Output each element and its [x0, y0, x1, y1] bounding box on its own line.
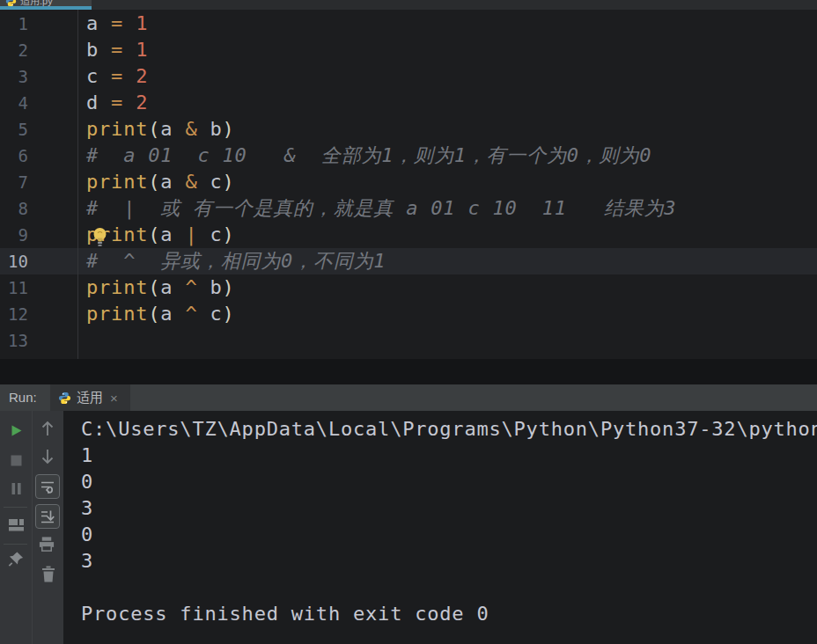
- code-line[interactable]: 10# ^ 异或，相同为0，不同为1: [0, 248, 817, 274]
- run-tool-window-header: Run: 适用 ×: [0, 384, 817, 411]
- code-line[interactable]: 8# | 或 有一个是真的，就是真 a 01 c 10 11 结果为3: [0, 195, 817, 222]
- code-text: c = 2: [86, 63, 148, 90]
- code-text: d = 2: [86, 90, 148, 116]
- scroll-to-end-icon[interactable]: [35, 504, 60, 529]
- run-panel-label: Run:: [9, 384, 37, 411]
- run-config-tab[interactable]: 适用 ×: [50, 384, 130, 411]
- code-text: print(a ^ c): [86, 301, 235, 327]
- code-line[interactable]: 4d = 2: [0, 90, 817, 116]
- code-line[interactable]: 1a = 1: [0, 11, 817, 37]
- run-tab-label: 适用: [77, 390, 103, 406]
- code-line[interactable]: 11print(a ^ b): [0, 274, 817, 301]
- toolbar-separator: [32, 411, 33, 644]
- gutter-separator: [77, 10, 78, 359]
- line-number[interactable]: 7: [0, 169, 28, 195]
- pause-output-icon[interactable]: [7, 479, 25, 497]
- console-line: 1: [81, 443, 817, 469]
- code-text: b = 1: [86, 37, 148, 63]
- code-text: print(a & b): [86, 116, 235, 143]
- code-text: a = 1: [86, 11, 148, 37]
- code-editor[interactable]: 1a = 12b = 13c = 24d = 25print(a & b)6# …: [0, 10, 817, 359]
- line-number[interactable]: 12: [0, 301, 28, 327]
- up-stack-trace-icon[interactable]: [39, 420, 56, 437]
- code-text: print(a | c): [86, 222, 235, 248]
- intention-bulb-icon[interactable]: [92, 226, 108, 248]
- code-line[interactable]: 7print(a & c): [0, 169, 817, 195]
- soft-wrap-icon[interactable]: [35, 474, 60, 499]
- console-line: 3: [81, 548, 817, 574]
- toolbar-divider: [4, 507, 27, 508]
- toolbar-divider: [4, 544, 27, 545]
- console-line: C:\Users\TZ\AppData\Local\Programs\Pytho…: [81, 416, 817, 443]
- clear-all-icon[interactable]: [40, 565, 57, 582]
- line-number[interactable]: 10: [0, 248, 28, 274]
- down-stack-trace-icon[interactable]: [39, 448, 56, 465]
- line-number[interactable]: 2: [0, 37, 28, 63]
- console-line: [81, 574, 817, 601]
- code-text: # a 01 c 10 & 全部为1，则为1，有一个为0，则为0: [86, 143, 651, 169]
- console-line: 0: [81, 469, 817, 495]
- run-tool-window: C:\Users\TZ\AppData\Local\Programs\Pytho…: [0, 411, 817, 644]
- line-number[interactable]: 6: [0, 143, 28, 169]
- stop-icon[interactable]: [7, 451, 25, 469]
- code-line[interactable]: 9print(a | c): [0, 222, 817, 248]
- restore-layout-icon[interactable]: [7, 516, 25, 533]
- code-line[interactable]: 3c = 2: [0, 63, 817, 90]
- code-line[interactable]: 2b = 1: [0, 37, 817, 63]
- code-text: # ^ 异或，相同为0，不同为1: [86, 248, 386, 274]
- line-number[interactable]: 11: [0, 274, 28, 301]
- line-number[interactable]: 4: [0, 90, 28, 116]
- file-tab[interactable]: 适用.py: [0, 0, 92, 10]
- code-line[interactable]: 13: [0, 327, 817, 354]
- line-number[interactable]: 9: [0, 222, 28, 248]
- code-line[interactable]: 5print(a & b): [0, 116, 817, 143]
- pin-tab-icon[interactable]: [7, 550, 25, 567]
- line-number[interactable]: 13: [0, 327, 28, 354]
- console-line: Process finished with exit code 0: [81, 601, 817, 627]
- code-text: # | 或 有一个是真的，就是真 a 01 c 10 11 结果为3: [86, 195, 676, 222]
- python-icon: [58, 392, 71, 405]
- console-toolbar: [0, 411, 63, 644]
- close-icon[interactable]: ×: [110, 391, 118, 406]
- print-icon[interactable]: [38, 535, 55, 553]
- rerun-icon[interactable]: [7, 421, 25, 439]
- code-line[interactable]: 6# a 01 c 10 & 全部为1，则为1，有一个为0，则为0: [0, 143, 817, 169]
- line-number[interactable]: 1: [0, 11, 28, 37]
- editor-bottom-strip: [0, 359, 817, 384]
- console-line: 0: [81, 522, 817, 548]
- code-line[interactable]: 12print(a ^ c): [0, 301, 817, 327]
- line-number[interactable]: 3: [0, 63, 28, 90]
- code-text: print(a & c): [86, 169, 235, 195]
- console-line: 3: [81, 495, 817, 522]
- editor-tab-bar: 适用.py: [0, 0, 817, 10]
- console-output[interactable]: C:\Users\TZ\AppData\Local\Programs\Pytho…: [63, 411, 817, 644]
- code-text: print(a ^ b): [86, 274, 235, 301]
- line-number[interactable]: 8: [0, 195, 28, 222]
- line-number[interactable]: 5: [0, 116, 28, 143]
